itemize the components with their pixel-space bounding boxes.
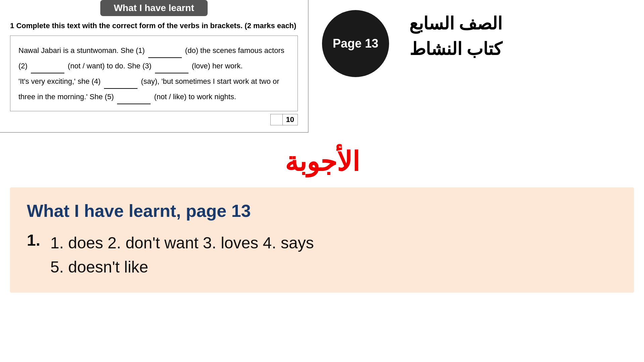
exercise-title-bar: What I have learnt xyxy=(0,0,308,16)
answer-box: What I have learnt, page 13 1. 1. does 2… xyxy=(10,187,634,293)
info-panel: Page 13 الصف السابع كتاب النشاط xyxy=(309,0,644,133)
sentence-part-2: 'It's very exciting,' she (4) (say), 'bu… xyxy=(18,77,279,101)
exercise-text-box: Nawal Jabari is a stuntwoman. She (1) (d… xyxy=(10,36,298,111)
answer-item-num: 1. xyxy=(27,231,44,249)
page-label: Page 13 xyxy=(333,37,378,51)
blank-4 xyxy=(104,73,138,89)
score-box: 10 xyxy=(0,114,298,125)
sentence-part-1: Nawal Jabari is a stuntwoman. She (1) (d… xyxy=(18,46,284,70)
arabic-labels: الصف السابع كتاب النشاط xyxy=(409,10,502,59)
answers-heading-section: الأجوبة xyxy=(0,133,644,184)
answer-item: 1. 1. does 2. don't want 3. loves 4. say… xyxy=(27,231,617,279)
answer-item-content: 1. does 2. don't want 3. loves 4. says 5… xyxy=(50,231,314,279)
answers-arabic-heading: الأجوبة xyxy=(285,147,360,177)
blank-3 xyxy=(155,58,189,73)
score-number: 10 xyxy=(283,115,298,125)
score-empty-cell xyxy=(271,114,283,125)
blank-1 xyxy=(148,43,182,58)
blank-2 xyxy=(31,58,64,73)
page-circle: Page 13 xyxy=(322,10,389,77)
instruction-number: 1 xyxy=(10,21,14,30)
instruction-text: Complete this text with the correct form… xyxy=(16,21,296,30)
exercise-title: What I have learnt xyxy=(100,0,208,16)
score-inner: 10 xyxy=(270,114,298,125)
answer-line-1: 1. does 2. don't want 3. loves 4. says xyxy=(50,231,314,255)
answer-box-title: What I have learnt, page 13 xyxy=(27,201,617,221)
answer-line-2: 5. doesn't like xyxy=(50,255,314,279)
arabic-grade: الصف السابع xyxy=(409,13,502,34)
blank-5 xyxy=(117,89,151,104)
exercise-instruction: 1 Complete this text with the correct fo… xyxy=(0,21,308,36)
exercise-panel: What I have learnt 1 Complete this text … xyxy=(0,0,309,133)
top-section: What I have learnt 1 Complete this text … xyxy=(0,0,644,133)
arabic-book: كتاب النشاط xyxy=(410,39,502,59)
